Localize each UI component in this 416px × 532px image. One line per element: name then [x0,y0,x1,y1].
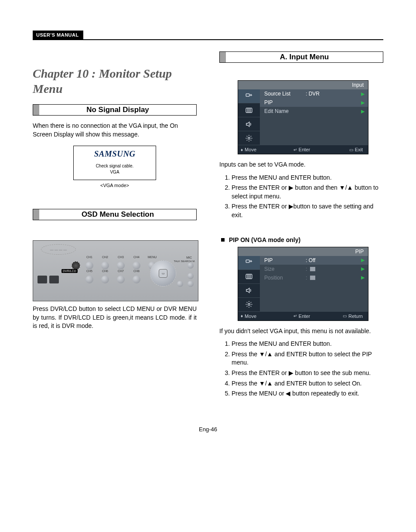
vga-message-box: SAMSUNG Check signal cable. VGA [73,146,156,180]
osd-footer-move: ♦Move [241,147,281,152]
picture-icon [238,103,260,117]
svg-point-2 [248,137,250,139]
osd-input-menu: Input Source List : DVR ▶ [238,80,368,154]
osd-row-label: PIP [264,257,306,263]
input-note: Inputs can be set to VGA mode. [219,160,383,169]
osd-row-pip: PIP ▶ [260,98,368,107]
osd-footer-exit: ▭Exit [322,147,365,152]
osd-row-position: Position : ▶ [260,273,368,282]
device-panel-figure: — — — — DVR/LCD [33,240,198,301]
panel-dial: ▭ [150,260,176,286]
step-item: Press the ▼/▲ and ENTER button to select… [232,350,383,367]
step-item: Press the MENU and ENTER button. [232,174,383,182]
panel-btn-ch5 [85,276,93,283]
section-title: OSD Menu Selection [39,209,196,220]
position-thumb-icon [310,276,315,280]
panel-btn-back [188,281,194,287]
panel-btn-small [188,263,194,269]
section-no-signal: No Signal Display [33,104,197,116]
vga-msg-line2: VGA [110,170,119,174]
osd-footer-label: Move [245,314,256,319]
panel-btn-ch6 [101,276,109,283]
arrow-right-icon: ▶ [361,91,365,97]
return-icon: ▭ [343,314,347,318]
vga-msg-line1: Check signal cable. [96,164,134,168]
panel-dvrlcd-label: DVR/LCD [61,269,78,273]
panel-btn-rec [177,281,183,287]
exit-icon: ▭ [349,147,353,152]
panel-lcd-area: — — — — [41,244,76,255]
panel-ports [38,276,59,283]
osd-icon-column [238,89,260,145]
osd-title: Input [238,81,368,89]
panel-btn-ch3 [117,262,125,269]
osd-footer-enter: ↵Enter [281,147,322,152]
input-icon [238,256,260,270]
enter-icon: ↵ [293,314,297,318]
osd-footer-label: Move [245,147,256,152]
size-thumb-icon [310,267,315,271]
square-bullet-icon [221,238,225,242]
osd-footer-label: Enter [299,314,310,319]
sound-icon [238,284,260,298]
vga-msg: Check signal cable. VGA [74,163,156,175]
osd-pip-menu: PIP PIP : Off ▶ [238,247,368,321]
setup-icon [238,131,260,145]
samsung-logo: SAMSUNG [94,150,135,159]
panel-btn-ch4 [133,262,140,269]
chapter-title: Chapter 10 : Monitor Setup Menu [33,66,197,96]
step-item: Press the ENTER or ▶button to save the s… [232,202,383,219]
osd-row-value: : [306,266,330,272]
panel-dial-center: ▭ [159,269,167,278]
osd-title: PIP [238,247,368,256]
panel-mic-label: MIC [186,256,192,259]
osd-row-label: Source List [264,91,306,97]
header-bar: USER'S MANUAL [33,31,383,40]
osd-footer-move: ♦Move [241,314,281,319]
panel-btn-small [188,273,194,279]
osd-footer-label: Enter [299,147,310,152]
panel-right-col [188,263,194,279]
panel-btn-row-2 [85,276,140,283]
svg-rect-0 [246,94,249,96]
picture-icon [238,270,260,284]
osd-footer-label: Exit [355,147,363,152]
osd-row-value: : DVR [306,91,330,97]
svg-rect-3 [246,260,249,263]
arrow-right-icon: ▶ [361,257,365,263]
section-accent [33,209,39,220]
osd-rows: Source List : DVR ▶ PIP ▶ Edit Name [260,89,368,145]
pip-steps: Press the MENU and ENTER button. Press t… [219,340,383,398]
step-item: Press the MENU or ◀ button repeatedly to… [232,389,383,398]
header-label: USER'S MANUAL [33,31,83,39]
sound-icon [238,117,260,131]
osd-row-label: Size [264,266,306,272]
panel-btn-ch7 [117,276,125,283]
panel-led [72,261,80,270]
osd-rows: PIP : Off ▶ Size : ▶ Position : ▶ [260,256,368,312]
panel-right-row [177,281,194,287]
vga-caption: <VGA mode> [33,183,197,188]
arrow-right-icon: ▶ [361,266,365,272]
section-title: No Signal Display [39,105,196,115]
osd-row-size: Size : ▶ [260,265,368,273]
section-input-menu: A. Input Menu [219,51,383,63]
pip-heading: PIP ON (VGA mode only) [219,236,383,243]
osd-row-pip: PIP : Off ▶ [260,256,368,265]
input-icon [238,89,260,103]
section-accent [33,105,39,115]
svg-point-5 [248,304,250,306]
input-steps: Press the MENU and ENTER button. Press t… [219,174,383,220]
step-item: Press the ENTER or ▶ button to see the s… [232,369,383,378]
osd-footer-return: ▭Return [322,314,365,319]
osd-body: Press DVR/LCD button to select LCD MENU … [33,305,197,331]
section-accent [220,52,226,62]
pip-heading-label: PIP ON (VGA mode only) [229,236,300,243]
osd-row-label: PIP [264,99,306,106]
osd-row-value: : Off [306,257,330,263]
osd-row-label: Edit Name [264,108,306,114]
osd-row-editname: Edit Name ▶ [260,107,368,116]
osd-footer: ♦Move ↵Enter ▭Return [238,312,368,321]
section-osd: OSD Menu Selection [33,209,197,220]
updown-icon: ♦ [241,147,243,152]
